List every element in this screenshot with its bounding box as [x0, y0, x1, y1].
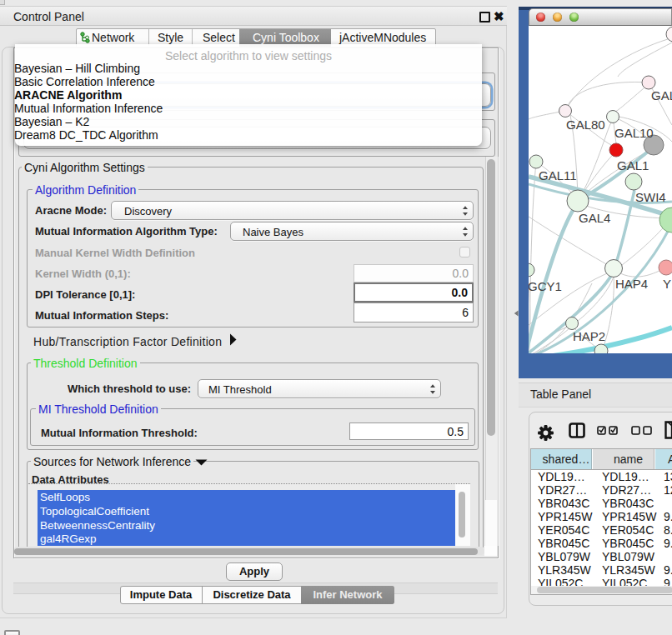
svg-text:SWI4: SWI4 — [635, 190, 666, 204]
svg-text:HAP4: HAP4 — [615, 277, 648, 291]
svg-text:GAL80: GAL80 — [566, 118, 605, 132]
svg-text:GAL11: GAL11 — [539, 168, 577, 182]
svg-text:HAP2: HAP2 — [573, 329, 605, 343]
svg-text:GCY1: GCY1 — [529, 279, 562, 293]
svg-text:GAL8: GAL8 — [651, 88, 672, 102]
svg-text:GAL1: GAL1 — [617, 158, 649, 172]
svg-text:Y: Y — [663, 277, 671, 291]
svg-text:GAL10: GAL10 — [614, 126, 654, 140]
svg-text:GAL4: GAL4 — [579, 211, 610, 225]
